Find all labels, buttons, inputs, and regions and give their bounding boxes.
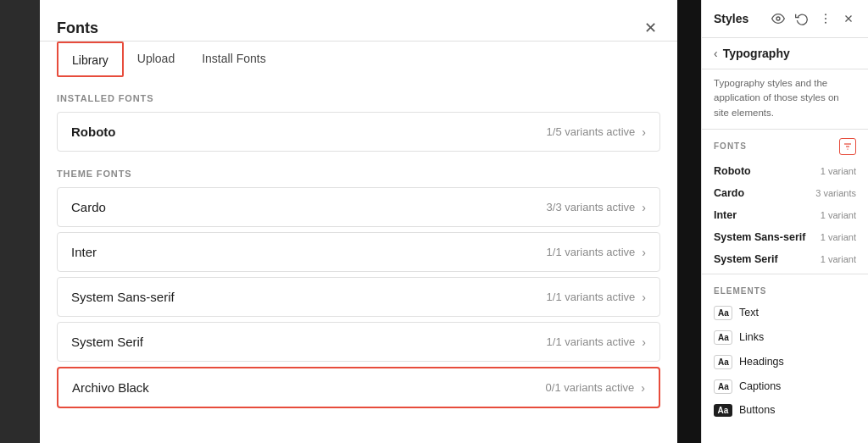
font-meta-inter: 1/1 variants active › — [547, 246, 646, 259]
font-row-inter[interactable]: Inter 1/1 variants active › — [57, 232, 660, 272]
element-label-links: Links — [739, 331, 764, 343]
panel-fonts-label: FONTS — [702, 130, 868, 160]
styles-panel-header: Styles — [702, 0, 868, 38]
panel-font-inter[interactable]: Inter 1 variant — [702, 204, 868, 226]
element-label-buttons: Buttons — [739, 404, 775, 416]
svg-point-1 — [825, 14, 826, 15]
panel-font-variant-roboto: 1 variant — [821, 166, 856, 176]
element-badge-text: Aa — [714, 306, 732, 320]
panel-font-variant-inter: 1 variant — [821, 210, 856, 220]
filter-lines-icon — [843, 141, 853, 152]
panel-font-system-sans[interactable]: System Sans-serif 1 variant — [702, 226, 868, 248]
font-name-cardo: Cardo — [71, 200, 106, 214]
font-variants-system-sans: 1/1 variants active — [547, 291, 636, 303]
panel-font-system-serif[interactable]: System Serif 1 variant — [702, 248, 868, 270]
chevron-icon-cardo: › — [642, 201, 646, 214]
modal-close-button[interactable]: ✕ — [641, 15, 660, 41]
theme-fonts-section: THEME FONTS Cardo 3/3 variants active › … — [57, 169, 660, 408]
back-arrow-icon[interactable]: ‹ — [714, 47, 718, 60]
font-meta-system-sans: 1/1 variants active › — [547, 291, 646, 304]
fonts-modal: Fonts ✕ Library Upload Install Fonts INS… — [40, 0, 677, 443]
close-icon — [843, 13, 854, 25]
font-variants-cardo: 3/3 variants active — [547, 201, 636, 213]
chevron-icon-system-serif: › — [642, 335, 646, 349]
font-name-roboto: Roboto — [71, 125, 115, 139]
chevron-icon-archivo-black: › — [641, 381, 645, 395]
panel-font-variant-cardo: 3 variants — [815, 188, 856, 198]
tab-upload[interactable]: Upload — [124, 42, 188, 77]
font-row-system-sans[interactable]: System Sans-serif 1/1 variants active › — [57, 277, 660, 317]
svg-point-2 — [825, 18, 826, 19]
panel-font-name-cardo: Cardo — [714, 187, 744, 199]
modal-title: Fonts — [57, 19, 98, 37]
panel-font-variant-system-serif: 1 variant — [821, 254, 856, 264]
element-badge-headings: Aa — [714, 355, 732, 369]
panel-font-name-roboto: Roboto — [714, 165, 751, 177]
styles-eye-button[interactable] — [770, 10, 787, 27]
modal-header: Fonts ✕ — [40, 0, 677, 42]
font-variants-roboto: 1/5 variants active — [547, 125, 636, 138]
panel-font-name-inter: Inter — [714, 209, 737, 221]
font-name-system-sans: System Sans-serif — [71, 290, 175, 304]
element-badge-captions: Aa — [714, 379, 732, 394]
font-row-cardo[interactable]: Cardo 3/3 variants active › — [57, 187, 660, 227]
panel-font-name-system-serif: System Serif — [714, 253, 778, 265]
modal-body: INSTALLED FONTS Roboto 1/5 variants acti… — [40, 76, 677, 443]
font-row-roboto[interactable]: Roboto 1/5 variants active › — [57, 112, 660, 152]
font-meta-archivo-black: 0/1 variants active › — [546, 381, 645, 395]
panel-font-roboto[interactable]: Roboto 1 variant — [702, 160, 868, 182]
modal-tabs: Library Upload Install Fonts — [40, 42, 677, 76]
svg-point-0 — [776, 17, 780, 20]
element-label-text: Text — [739, 307, 759, 318]
panel-elements-label: ELEMENTS — [702, 278, 868, 301]
panel-font-cardo[interactable]: Cardo 3 variants — [702, 182, 868, 204]
element-buttons[interactable]: Aa Buttons — [702, 399, 868, 422]
font-variants-inter: 1/1 variants active — [547, 246, 636, 258]
installed-fonts-label: INSTALLED FONTS — [57, 93, 660, 103]
styles-close-button[interactable] — [841, 11, 856, 26]
typography-title: Typography — [723, 47, 790, 60]
element-headings[interactable]: Aa Headings — [702, 350, 868, 374]
history-icon — [795, 12, 809, 25]
styles-panel-title: Styles — [714, 12, 748, 25]
panel-divider — [702, 274, 868, 274]
styles-panel-icons — [770, 10, 856, 27]
font-meta-cardo: 3/3 variants active › — [547, 201, 646, 214]
modal-backdrop: Fonts ✕ Library Upload Install Fonts INS… — [40, 0, 701, 443]
font-name-system-serif: System Serif — [71, 335, 143, 349]
eye-icon — [771, 12, 785, 25]
font-variants-archivo-black: 0/1 variants active — [546, 381, 635, 394]
styles-more-button[interactable] — [817, 10, 834, 27]
font-row-system-serif[interactable]: System Serif 1/1 variants active › — [57, 322, 660, 362]
styles-history-button[interactable] — [793, 10, 810, 27]
left-sidebar-bg — [0, 0, 40, 443]
filter-icon[interactable] — [839, 138, 856, 155]
element-captions[interactable]: Aa Captions — [702, 374, 868, 399]
element-badge-buttons: Aa — [714, 404, 732, 417]
styles-panel: Styles — [701, 0, 868, 443]
font-meta-roboto: 1/5 variants active › — [547, 125, 646, 139]
element-links[interactable]: Aa Links — [702, 325, 868, 350]
font-name-archivo-black: Archivo Black — [72, 380, 149, 395]
element-label-captions: Captions — [739, 380, 781, 392]
installed-fonts-section: INSTALLED FONTS Roboto 1/5 variants acti… — [57, 93, 660, 152]
theme-fonts-label: THEME FONTS — [57, 169, 660, 179]
chevron-icon-system-sans: › — [642, 291, 646, 304]
tab-install-fonts[interactable]: Install Fonts — [188, 42, 279, 77]
tab-library[interactable]: Library — [57, 42, 124, 77]
element-text[interactable]: Aa Text — [702, 301, 868, 325]
panel-font-name-system-sans: System Sans-serif — [714, 231, 805, 243]
element-label-headings: Headings — [739, 356, 784, 368]
chevron-icon-roboto: › — [642, 125, 646, 139]
font-meta-system-serif: 1/1 variants active › — [547, 335, 646, 349]
more-icon — [819, 12, 832, 25]
typography-description: Typography styles and the application of… — [702, 69, 868, 130]
font-row-archivo-black[interactable]: Archivo Black 0/1 variants active › — [57, 367, 660, 408]
font-variants-system-serif: 1/1 variants active — [547, 335, 636, 348]
font-name-inter: Inter — [71, 245, 97, 259]
chevron-icon-inter: › — [642, 246, 646, 259]
styles-nav: ‹ Typography — [702, 38, 868, 69]
panel-font-variant-system-sans: 1 variant — [821, 232, 856, 242]
svg-point-3 — [825, 22, 826, 24]
element-badge-links: Aa — [714, 330, 732, 345]
